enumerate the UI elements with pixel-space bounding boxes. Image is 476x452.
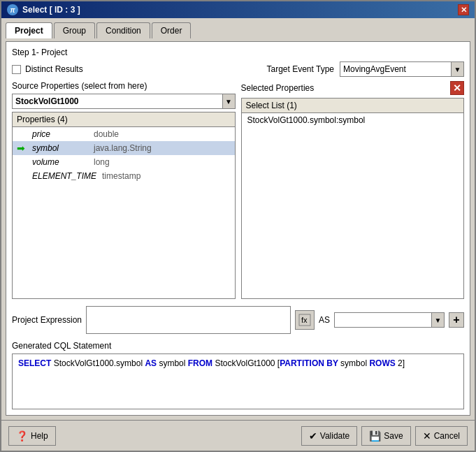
table-row[interactable]: ELEMENT_TIME timestamp (13, 169, 235, 183)
save-label: Save (384, 431, 403, 441)
as-input[interactable] (334, 312, 432, 328)
window-title: Select [ ID : 3 ] (22, 5, 80, 15)
window-icon: π (7, 4, 18, 15)
target-event-input[interactable] (340, 61, 452, 77)
delete-selected-button[interactable]: ✕ (450, 81, 464, 95)
prop-name: ELEMENT_TIME (32, 171, 96, 181)
cql-source: symbol (340, 358, 369, 368)
prop-name: volume (32, 157, 88, 167)
distinct-target-row: Distinct Results Target Event Type ▼ (12, 61, 464, 77)
help-label: Help (31, 431, 48, 441)
validate-icon: ✔ (309, 430, 317, 442)
cql-source: StockVolGt1000 [ (215, 358, 280, 368)
title-bar: π Select [ ID : 3 ] ✕ (1, 1, 475, 18)
main-panel: Step 1- Project Distinct Results Target … (6, 41, 470, 416)
help-icon: ❓ (16, 430, 28, 442)
cql-keyword: SELECT (18, 358, 54, 368)
help-button[interactable]: ❓ Help (8, 426, 56, 446)
tab-condition[interactable]: Condition (96, 22, 150, 38)
distinct-label: Distinct Results (25, 64, 83, 74)
cql-keyword: AS (145, 358, 159, 368)
as-dropdown-container: ▼ (334, 312, 445, 328)
cql-box: SELECT StockVolGt1000.symbol AS symbol F… (12, 353, 464, 409)
selected-list-container: Select List (1) StockVolGt1000.symbol:sy… (241, 98, 465, 299)
add-expression-button[interactable]: + (449, 312, 464, 328)
selected-list-header: Select List (1) (242, 99, 464, 113)
table-row[interactable]: ➡ symbol java.lang.String (13, 141, 235, 155)
source-panel: Source Properties (select from here) ▼ P… (12, 81, 236, 299)
selected-panel: Selected Properties ✕ Select List (1) St… (241, 81, 465, 299)
cql-source: symbol (159, 358, 187, 368)
cql-keyword: PARTITION BY (280, 358, 340, 368)
cql-keyword: ROWS (369, 358, 398, 368)
step-header: Step 1- Project (12, 48, 464, 57)
selected-list: StockVolGt1000.symbol:symbol (242, 113, 464, 298)
prop-type: java.lang.String (94, 143, 152, 153)
cql-label: Generated CQL Statement (12, 341, 464, 351)
calculate-button[interactable]: fx (295, 310, 315, 330)
title-bar-left: π Select [ ID : 3 ] (7, 4, 80, 15)
as-label: AS (319, 315, 330, 325)
close-button[interactable]: ✕ (458, 4, 469, 15)
selected-panel-title: Selected Properties (241, 83, 315, 93)
cancel-button[interactable]: ✕ Cancel (415, 426, 468, 446)
arrow-icon: ➡ (17, 143, 27, 154)
tab-project[interactable]: Project (6, 22, 52, 38)
source-dropdown-input[interactable] (12, 94, 223, 109)
source-dropdown-btn[interactable]: ▼ (223, 94, 236, 109)
tab-order[interactable]: Order (152, 22, 192, 38)
cancel-label: Cancel (434, 431, 460, 441)
prop-name: price (32, 129, 88, 139)
svg-text:fx: fx (301, 316, 308, 324)
tab-group[interactable]: Group (54, 22, 95, 38)
source-panel-title: Source Properties (select from here) (12, 81, 236, 91)
save-icon: 💾 (369, 430, 381, 442)
as-dropdown-btn[interactable]: ▼ (432, 312, 445, 328)
project-expression-label: Project Expression (12, 315, 82, 325)
distinct-left: Distinct Results (12, 64, 83, 74)
cql-source: 2] (398, 358, 405, 368)
save-button[interactable]: 💾 Save (361, 426, 410, 446)
validate-label: Validate (320, 431, 349, 441)
main-window: π Select [ ID : 3 ] ✕ Project Group Cond… (0, 0, 476, 452)
source-dropdown-row: ▼ (12, 94, 236, 109)
tab-bar: Project Group Condition Order (6, 22, 470, 38)
target-event-label: Target Event Type (266, 64, 334, 74)
cql-section: Generated CQL Statement SELECT StockVolG… (12, 341, 464, 409)
cql-text: SELECT StockVolGt1000.symbol AS symbol F… (18, 358, 405, 368)
content-area: Project Group Condition Order Step 1- Pr… (1, 18, 475, 420)
list-item[interactable]: StockVolGt1000.symbol:symbol (242, 113, 464, 127)
project-expression-input[interactable] (86, 306, 291, 334)
prop-type: timestamp (102, 171, 140, 181)
validate-button[interactable]: ✔ Validate (301, 426, 357, 446)
prop-type: double (94, 129, 119, 139)
properties-list: price double ➡ symbol java.lang.String v… (13, 127, 235, 298)
properties-section: Source Properties (select from here) ▼ P… (12, 81, 464, 299)
cancel-icon: ✕ (423, 430, 431, 442)
cql-keyword: FROM (188, 358, 215, 368)
selected-header-row: Selected Properties ✕ (241, 81, 465, 95)
target-event-right: Target Event Type ▼ (266, 61, 464, 77)
prop-name: symbol (32, 143, 88, 153)
target-event-dropdown-container: ▼ (340, 61, 464, 77)
calc-icon: fx (298, 314, 311, 326)
target-event-dropdown-btn[interactable]: ▼ (452, 61, 464, 77)
table-row[interactable]: price double (13, 127, 235, 141)
cql-source: StockVolGt1000.symbol (54, 358, 145, 368)
footer: ❓ Help ✔ Validate 💾 Save ✕ Cancel (1, 420, 475, 451)
distinct-checkbox[interactable] (12, 65, 21, 74)
prop-type: long (94, 157, 110, 167)
project-expression-row: Project Expression fx AS ▼ + (12, 303, 464, 337)
properties-header: Properties (4) (13, 112, 235, 127)
footer-right: ✔ Validate 💾 Save ✕ Cancel (301, 426, 468, 446)
properties-table: Properties (4) price double ➡ symbol jav… (12, 112, 236, 299)
table-row[interactable]: volume long (13, 155, 235, 169)
